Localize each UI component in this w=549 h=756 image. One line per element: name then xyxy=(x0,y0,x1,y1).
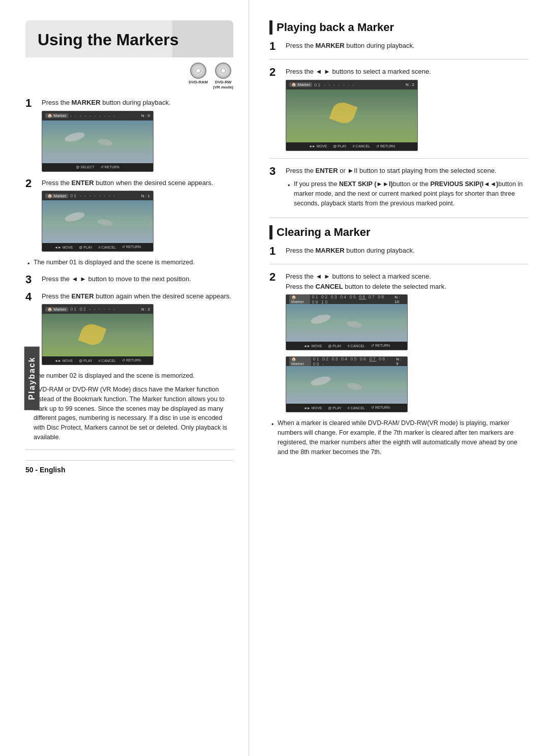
dvd-icons: DVD-RAM DVD-RW(VR mode) xyxy=(25,63,233,89)
return-label-4: ↺ RETURN xyxy=(122,358,141,362)
play-step-1-bold: MARKER xyxy=(316,42,345,49)
bullet-item-dvdram: • DVD-RAM or DVD-RW (VR Mode) discs have… xyxy=(27,385,233,442)
play-divider-3 xyxy=(269,218,529,218)
play-label-4: @ PLAY xyxy=(79,359,92,362)
move-label-c1: ◄► MOVE xyxy=(303,344,322,348)
return-label-1: ↺ RETURN xyxy=(101,165,119,169)
play-bullet-item-1: • If you press the NEXT SKIP (►►I)button… xyxy=(288,179,529,208)
step-2-bold: ENTER xyxy=(72,179,94,187)
right-play-step-number-3: 3 xyxy=(269,166,284,177)
dvd-rw-icon: DVD-RW(VR mode) xyxy=(213,63,233,89)
screen-clear-1: 🏠 Marker 01 02 03 04 05 06 07 08 09 10 N… xyxy=(286,294,408,350)
left-step-3: 3 Press the ◄ ► button to move to the ne… xyxy=(25,274,233,285)
move-label-r1: ◄► MOVE xyxy=(309,144,327,148)
cancel-bold: CANCEL xyxy=(316,283,343,290)
screen-clear-1-bar: 🏠 Marker 01 02 03 04 05 06 07 08 09 10 N… xyxy=(286,295,407,304)
n-display-c2: N : 9 xyxy=(396,357,404,366)
n-display-r1: N : 2 xyxy=(406,82,414,87)
birds-clear-1 xyxy=(286,304,407,342)
dashes-2: 01 - - - - - - - - xyxy=(70,193,116,198)
clear-step-number-1: 1 xyxy=(269,246,284,257)
dashes-c2: 01 02 03 04 05 06 07 08 00 - xyxy=(313,356,394,367)
right-play-step-number-2: 2 xyxy=(269,67,284,78)
right-play-step-3-text: Press the ENTER or ►II button to start p… xyxy=(286,166,529,176)
clear-step-number-2: 2 xyxy=(269,271,284,283)
clear-step-1: 1 Press the MARKER button during playbac… xyxy=(269,246,529,257)
right-play-step-3: 3 Press the ENTER or ►II button to start… xyxy=(269,166,529,211)
play-bullet-text: If you press the NEXT SKIP (►►I)button o… xyxy=(294,179,529,208)
left-step-1: 1 Press the MARKER button during playbac… xyxy=(25,98,233,172)
marker-label-r1: 🏠 Marker xyxy=(289,82,312,87)
bullet-text-02: The number 02 is displayed and the scene… xyxy=(34,371,195,381)
bullet-list-1: • The number 01 is displayed and the sce… xyxy=(27,258,233,269)
screen-right-1-bar: 🏠 Marker 01 - - - - - - - N : 2 xyxy=(286,80,417,89)
step-number-4: 4 xyxy=(25,291,40,303)
bullet-item-02: • The number 02 is displayed and the sce… xyxy=(27,371,233,382)
play-step-3-bold1: ENTER xyxy=(316,167,338,174)
clearing-title: Clearing a Marker xyxy=(277,226,371,239)
step-number-1: 1 xyxy=(25,98,40,109)
screen-1-bar: 🏠 Marker - - - - - - - - - - N : 0 xyxy=(42,111,153,120)
next-skip-bold: NEXT SKIP (►►I) xyxy=(339,180,393,188)
screen-right-1-footer: ◄► MOVE @ PLAY # CANCEL ↺ RETURN xyxy=(286,142,417,150)
footer: 50 - English xyxy=(25,460,233,474)
step-1-content: Press the MARKER button during playback.… xyxy=(40,98,233,172)
marker-label-c2: 🏠 Marker xyxy=(289,357,311,366)
page: Playback Using the Markers DVD-RAM DVD-R… xyxy=(0,0,549,756)
title-block: Using the Markers xyxy=(25,20,233,57)
dashes-1: - - - - - - - - - - xyxy=(70,113,116,118)
birds-scene-1 xyxy=(42,120,153,163)
play-bullet-dot: • xyxy=(288,181,294,191)
butterfly-scene-r1 xyxy=(286,89,417,142)
playing-back-heading: Playing back a Marker xyxy=(269,20,529,35)
clear-step-1-bold: MARKER xyxy=(316,247,345,254)
right-play-step-2-content: Press the ◄ ► buttons to select a marked… xyxy=(284,67,529,151)
play-bullet-list: • If you press the NEXT SKIP (►►I)button… xyxy=(288,179,529,208)
screen-2-footer: ◄► MOVE @ PLAY # CANCEL ↺ RETURN xyxy=(42,243,153,251)
bullet-text-01: The number 01 is displayed and the scene… xyxy=(34,258,195,267)
play-label-r1: @ PLAY xyxy=(333,144,346,148)
cancel-label-c2: # CANCEL xyxy=(348,406,365,410)
right-play-step-2-text: Press the ◄ ► buttons to select a marked… xyxy=(286,67,529,77)
step-3-content: Press the ◄ ► button to move to the next… xyxy=(40,274,233,284)
play-label-2: @ PLAY xyxy=(79,246,92,249)
step-number-3: 3 xyxy=(25,274,40,285)
cancel-label-2: # CANCEL xyxy=(99,246,116,249)
marker-label-2: 🏠 Marker xyxy=(45,194,68,198)
playing-back-title: Playing back a Marker xyxy=(277,21,394,34)
screen-clear-1-content xyxy=(286,304,407,342)
prev-skip-bold: PREVIOUS SKIP(I◄◄) xyxy=(430,180,498,188)
step-1-text: Press the MARKER button during playback. xyxy=(42,98,233,108)
clear-step-1-content: Press the MARKER button during playback. xyxy=(284,246,529,256)
section-bar-1 xyxy=(269,20,272,35)
n-display-2: N : 1 xyxy=(141,194,150,198)
butterfly-scene xyxy=(42,314,153,356)
screen-1-content xyxy=(42,120,153,163)
bullet-dot-1: • xyxy=(27,259,34,269)
right-play-step-1-text: Press the MARKER button during playback. xyxy=(286,41,529,51)
screen-clear-2-footer: ◄► MOVE @ PLAY # CANCEL ↺ RETURN xyxy=(286,404,407,412)
right-play-step-2: 2 Press the ◄ ► buttons to select a mark… xyxy=(269,67,529,151)
clearing-heading: Clearing a Marker xyxy=(269,225,529,239)
select-label: @ SELECT xyxy=(76,165,94,169)
right-play-step-number-1: 1 xyxy=(269,41,284,52)
clearing-screens: 🏠 Marker 01 02 03 04 05 06 07 08 09 10 N… xyxy=(286,291,529,412)
n-display-1: N : 0 xyxy=(141,113,150,118)
bullet-list-2: • The number 02 is displayed and the sce… xyxy=(27,371,233,442)
dvd-rw-label: DVD-RW(VR mode) xyxy=(213,80,233,89)
step-4-content: Press the ENTER button again when the de… xyxy=(40,291,233,366)
screen-4: 🏠 Marker 01 02 - - - - - - N : 2 ◄► MOVE… xyxy=(42,304,154,365)
dashes-4: 01 02 - - - - - - xyxy=(70,307,116,312)
screen-2-content xyxy=(42,200,153,243)
sidebar-label: Playback xyxy=(24,346,40,410)
screen-clear-2: 🏠 Marker 01 02 03 04 05 06 07 08 00 - N … xyxy=(286,356,408,412)
left-step-2: 2 Press the ENTER button when the desire… xyxy=(25,178,233,252)
screen-2: 🏠 Marker 01 - - - - - - - - N : 1 ◄► MOV… xyxy=(42,191,154,252)
step-2-text: Press the ENTER button when the desired … xyxy=(42,178,233,188)
return-label-c2: ↺ RETURN xyxy=(371,406,390,410)
marker-label-c1: 🏠 Marker xyxy=(289,295,310,304)
right-play-step-1: 1 Press the MARKER button during playbac… xyxy=(269,41,529,52)
move-label-2: ◄► MOVE xyxy=(54,246,73,249)
screen-4-content xyxy=(42,314,153,356)
clear-divider-1 xyxy=(269,264,529,264)
